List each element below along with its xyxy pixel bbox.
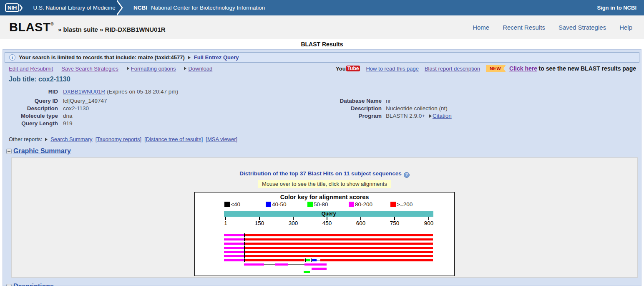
ncbi-section: NCBI National Center for Biotechnology I… [117,0,644,15]
other-reports-label: Other reports: [9,136,42,142]
search-limit-notice: i Your search is limited to records that… [5,52,639,63]
hit-segment [317,260,320,261]
legend-item-80-200: 80-200 [349,201,372,208]
nih-logo[interactable]: NIH [5,3,23,12]
collapse-icon[interactable] [6,149,12,154]
axis-tick-label: 150 [255,220,264,226]
ncbi-abbr[interactable]: NCBI [133,5,147,11]
mouseover-note: Mouse over to see the title, click to sh… [258,180,391,188]
hit-segment[interactable] [245,255,433,257]
graphic-summary-title[interactable]: Graphic Summary [13,147,71,155]
breadcrumb[interactable]: » blastn suite » RID-DXBB1WNU01R [58,26,166,33]
click-here-link[interactable]: Click here [509,65,537,72]
hit-segment[interactable] [245,247,433,249]
nav-saved-strategies[interactable]: Saved Strategies [558,24,606,31]
hit-segment[interactable] [304,263,327,266]
legend-item-gte200: >=200 [390,201,413,208]
ncbi-topbar: NIH U.S. National Library of Medicine NC… [0,0,644,15]
hit-segment[interactable] [224,234,244,236]
topbar-chevron-icon [117,0,128,15]
arrow-icon [188,56,191,59]
distance-tree-link[interactable]: [Distance tree of results] [144,136,203,142]
hit-segment[interactable] [224,247,244,249]
hit-segment[interactable] [245,243,433,245]
rid-link[interactable]: DXBB1WNU01R [63,89,105,95]
youtube-you-text: You [336,66,346,72]
hit-segment[interactable] [224,243,244,245]
results-content: i Your search is limited to records that… [3,49,641,286]
nav-recent-results[interactable]: Recent Results [503,24,545,31]
hit-segment[interactable] [320,259,433,261]
collapse-icon[interactable] [6,284,12,286]
page-title: BLAST Results [0,39,644,49]
header-nav: Home Recent Results Saved Strategies Hel… [473,24,632,31]
blast-logo-text: BLAST [9,20,50,34]
rid-label: RID [9,89,58,95]
blast-header: BLAST® » blastn suite » RID-DXBB1WNU01R … [0,15,644,39]
axis-tick [259,217,260,220]
axis-tick-label: 600 [356,220,366,226]
save-search-strategies-link[interactable]: Save Search Strategies [61,66,118,72]
hit-segment [244,246,245,250]
download-link[interactable]: Download [188,66,212,72]
legend-item-50-80: 50-80 [307,201,328,208]
detail-row-query-length: Query Length919 [9,120,641,127]
hit-segment[interactable] [224,259,244,261]
msa-viewer-link[interactable]: [MSA viewer] [206,136,237,142]
youtube-tube-text: Tube [346,66,360,71]
description-label: Description [9,105,58,111]
blast-logo[interactable]: BLAST® [9,20,54,34]
citation-link[interactable]: Citation [433,113,452,119]
detail-row-program: ProgramBLASTN 2.9.0+ Citation [321,113,452,119]
hit-segment[interactable] [224,251,244,253]
youtube-icon[interactable]: You Tube [336,66,360,72]
ncbi-label[interactable]: National Center for Biotechnology Inform… [151,5,265,11]
legend-label: >=200 [397,201,413,208]
descriptions-title[interactable]: Descriptions [13,283,54,286]
formatting-options-link[interactable]: Formatting options [131,66,176,72]
hit-segment[interactable] [244,263,264,266]
axis-tick [225,217,226,220]
blast-report-description-link[interactable]: Blast report description [425,66,480,72]
search-summary-link[interactable]: Search Summary [50,136,92,142]
new-badge: NEW [486,65,506,72]
graphic-summary-panel: Distribution of the top 37 Blast Hits on… [11,157,638,278]
full-entrez-query-link[interactable]: Full Entrez Query [194,54,239,61]
signin-link[interactable]: Sign in to NCBI [597,5,644,11]
hit-segment[interactable] [224,255,244,257]
query-length-value: 919 [63,120,73,127]
hit-segment[interactable] [275,263,288,266]
hit-segment[interactable] [304,271,310,273]
hit-segment[interactable] [245,251,433,253]
axis-tick-label: 750 [390,220,400,226]
hit-segment[interactable] [245,238,433,240]
graphic-summary-heading[interactable]: Graphic Summary [6,147,641,155]
nlm-label[interactable]: U.S. National Library of Medicine [33,5,115,11]
query-id-value: lcl|Query_149747 [63,98,107,104]
hit-segment [244,250,245,254]
nav-help[interactable]: Help [619,24,632,31]
descriptions-heading[interactable]: Descriptions [6,283,641,286]
hit-segment [288,264,304,265]
db-description-value: Nucleotide collection (nt) [386,105,448,111]
detail-row-rid: RIDDXBB1WNU01R (Expires on 05-18 20:47 p… [9,89,641,95]
hit-segment[interactable] [224,238,244,240]
nav-home[interactable]: Home [473,24,489,31]
legend-label: 50-80 [314,201,328,208]
hit-segment[interactable] [306,259,310,261]
help-icon[interactable]: ? [404,172,410,178]
how-to-read-link[interactable]: How to read this page [366,66,418,72]
taxonomy-reports-link[interactable]: [Taxonomy reports] [96,136,142,142]
db-description-label: Description [321,105,382,111]
legend-item-40-50: 40-50 [266,201,287,208]
nih-logo-chevron-icon [19,4,23,12]
hit-segment[interactable] [245,234,433,236]
hit-segment[interactable] [312,268,327,270]
legend-swatch-icon [266,202,271,207]
axis-tick-label: 450 [322,220,332,226]
hit-segment[interactable] [245,259,304,261]
edit-resubmit-link[interactable]: Edit and Resubmit [9,66,53,72]
detail-row-database-name: Database Namenr [321,98,452,104]
hit-segment[interactable] [312,259,317,261]
distribution-title-row: Distribution of the top 37 Blast Hits on… [12,158,637,178]
